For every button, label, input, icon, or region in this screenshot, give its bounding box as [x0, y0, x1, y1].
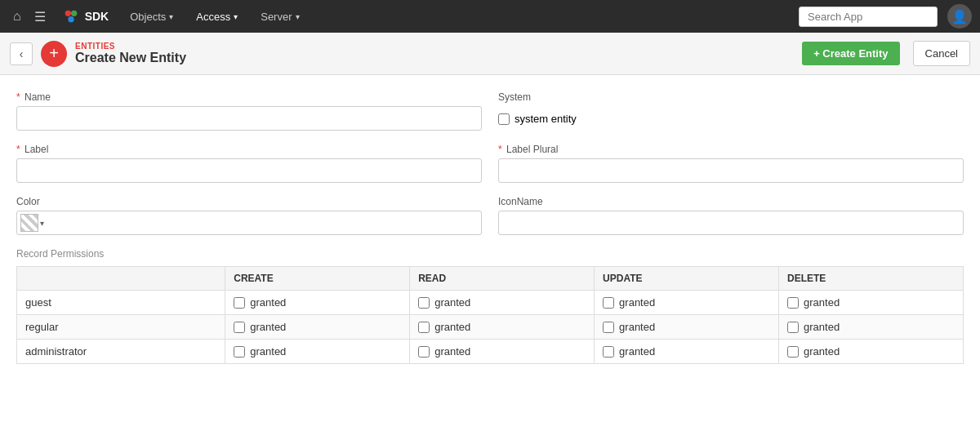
chevron-down-icon: ▾: [234, 12, 238, 21]
main-content: * Name System system entity * Label * La…: [0, 75, 980, 422]
label-plural-group: * Label Plural: [498, 144, 964, 183]
label-group: * Label: [16, 144, 482, 183]
label-input[interactable]: [16, 158, 482, 183]
record-permissions-section: Record Permissions CREATE READ UPDATE DE…: [16, 248, 964, 364]
create-label: granted: [250, 345, 286, 358]
delete-checkbox[interactable]: [787, 297, 799, 309]
delete-label: granted: [804, 321, 840, 333]
sdk-logo: [62, 7, 80, 25]
perm-cell: granted: [603, 321, 770, 333]
col-update: UPDATE: [595, 267, 779, 291]
role-cell: regular: [17, 315, 225, 340]
label-label: * Label: [16, 144, 482, 155]
col-delete: DELETE: [779, 267, 964, 291]
system-checkbox-label: system entity: [514, 113, 577, 125]
label-plural-input[interactable]: [498, 158, 964, 183]
update-cell: granted: [595, 291, 779, 315]
color-label: Color: [16, 196, 482, 207]
icon-name-label: IconName: [498, 196, 964, 207]
required-star: *: [16, 91, 20, 103]
perm-cell: granted: [234, 345, 401, 358]
brand-label: SDK: [85, 10, 109, 23]
page-info: ENTITIES Create New Entity: [75, 42, 186, 65]
delete-label: granted: [804, 296, 840, 309]
table-row: guestgrantedgrantedgrantedgranted: [17, 291, 964, 315]
delete-label: granted: [804, 345, 840, 358]
menu-icon[interactable]: ☰: [29, 9, 51, 24]
avatar: 👤: [947, 4, 972, 29]
sub-header: ‹ + ENTITIES Create New Entity + Create …: [0, 33, 980, 75]
row-name-system: * Name System system entity: [16, 91, 964, 131]
icon-name-input[interactable]: [498, 211, 964, 235]
perm-cell: granted: [603, 345, 770, 358]
perm-cell: granted: [787, 345, 955, 358]
update-label: granted: [619, 296, 655, 309]
chevron-down-icon: ▾: [296, 12, 300, 21]
update-label: granted: [619, 345, 655, 358]
search-input[interactable]: [799, 7, 938, 27]
nav-objects[interactable]: Objects ▾: [120, 0, 183, 33]
label-plural-label: * Label Plural: [498, 144, 964, 155]
update-cell: granted: [595, 340, 779, 364]
delete-checkbox[interactable]: [787, 322, 799, 333]
read-checkbox[interactable]: [418, 346, 430, 358]
color-swatch: [20, 214, 38, 232]
delete-checkbox[interactable]: [787, 346, 799, 358]
name-group: * Name: [16, 91, 482, 131]
read-checkbox[interactable]: [418, 297, 430, 309]
read-cell: granted: [410, 291, 595, 315]
icon-name-group: IconName: [498, 196, 964, 235]
system-group: System system entity: [498, 91, 964, 131]
system-checkbox-row: system entity: [498, 113, 964, 125]
read-label: granted: [434, 321, 470, 333]
create-entity-button[interactable]: + Create Entity: [802, 42, 899, 65]
perm-cell: granted: [418, 296, 586, 309]
create-checkbox[interactable]: [234, 297, 245, 309]
name-input[interactable]: [16, 106, 482, 131]
name-label: * Name: [16, 91, 482, 103]
color-group: Color ▾: [16, 196, 482, 235]
read-checkbox[interactable]: [418, 322, 430, 333]
navbar: ⌂ ☰ SDK Objects ▾ Access ▾ Server ▾ 👤: [0, 0, 980, 33]
create-cell: granted: [225, 340, 410, 364]
col-read: READ: [410, 267, 595, 291]
nav-server[interactable]: Server ▾: [251, 0, 309, 33]
perm-cell: granted: [603, 296, 770, 309]
update-checkbox[interactable]: [603, 297, 614, 309]
system-entity-checkbox[interactable]: [498, 113, 510, 125]
row-color-icon: Color ▾ IconName: [16, 196, 964, 235]
system-label: System: [498, 91, 964, 103]
perm-cell: granted: [418, 321, 586, 333]
add-entity-button[interactable]: +: [41, 41, 67, 67]
create-cell: granted: [225, 291, 410, 315]
read-label: granted: [434, 296, 470, 309]
svg-point-2: [68, 16, 74, 22]
col-create: CREATE: [225, 267, 410, 291]
home-icon[interactable]: ⌂: [8, 9, 26, 24]
delete-cell: granted: [779, 315, 964, 340]
required-star: *: [498, 144, 502, 155]
row-label-plural: * Label * Label Plural: [16, 144, 964, 183]
chevron-down-icon: ▾: [169, 12, 173, 21]
role-cell: administrator: [17, 340, 225, 364]
delete-cell: granted: [779, 340, 964, 364]
color-picker-button[interactable]: ▾: [16, 211, 482, 235]
page-title: Create New Entity: [75, 51, 186, 65]
update-checkbox[interactable]: [603, 322, 614, 333]
read-cell: granted: [410, 340, 595, 364]
perm-cell: granted: [787, 321, 955, 333]
update-cell: granted: [595, 315, 779, 340]
col-role: [17, 267, 225, 291]
read-cell: granted: [410, 315, 595, 340]
cancel-button[interactable]: Cancel: [913, 41, 970, 66]
nav-access[interactable]: Access ▾: [186, 0, 247, 33]
table-row: administratorgrantedgrantedgrantedgrante…: [17, 340, 964, 364]
back-button[interactable]: ‹: [10, 42, 33, 65]
update-label: granted: [619, 321, 655, 333]
role-cell: guest: [17, 291, 225, 315]
create-checkbox[interactable]: [234, 346, 245, 358]
create-checkbox[interactable]: [234, 322, 245, 333]
update-checkbox[interactable]: [603, 346, 614, 358]
perm-cell: granted: [234, 321, 401, 333]
delete-cell: granted: [779, 291, 964, 315]
